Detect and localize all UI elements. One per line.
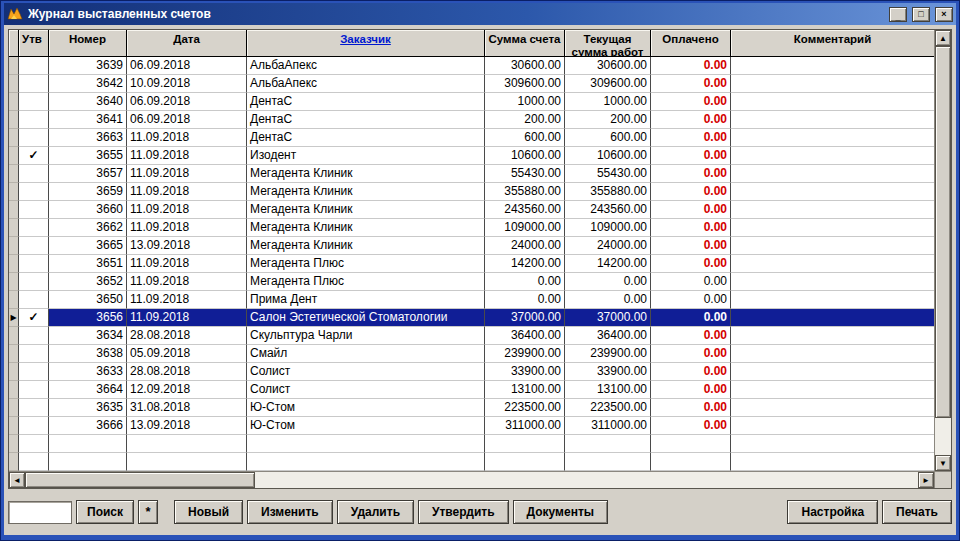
table-row-empty [9,453,934,471]
cell-number: 3665 [49,237,127,255]
cell-paid: 0.00 [651,399,731,417]
cell-date: 13.09.2018 [127,417,247,435]
cell-customer: Мегадента Клиник [247,183,485,201]
cell-invoice-amount: 355880.00 [485,183,565,201]
table-row[interactable]: 366412.09.2018Солист13100.0013100.000.00 [9,381,934,399]
table-row[interactable]: 365011.09.2018Прима Дент0.000.000.00 [9,291,934,309]
cell-comment [731,435,934,453]
cell-comment [731,237,934,255]
cell-customer: Мегадента Плюс [247,273,485,291]
table-row[interactable]: 363328.08.2018Солист33900.0033900.000.00 [9,363,934,381]
arrow-left-icon: ◄ [13,476,21,485]
vertical-scroll-track[interactable] [935,418,951,455]
horizontal-scroll-track[interactable] [255,472,918,488]
cell-date: 05.09.2018 [127,345,247,363]
table-row[interactable]: 366513.09.2018Мегадента Клиник24000.0024… [9,237,934,255]
table-row[interactable]: 366311.09.2018ДентаС600.00600.000.00 [9,129,934,147]
cell-number: 3660 [49,201,127,219]
cell-invoice-amount [485,453,565,471]
cell-paid: 0.00 [651,327,731,345]
search-button[interactable]: Поиск [76,500,134,524]
cell-date: 11.09.2018 [127,273,247,291]
cell-approved [19,327,49,345]
cell-invoice-amount: 309600.00 [485,75,565,93]
cell-paid: 0.00 [651,345,731,363]
minimize-button[interactable]: _ [889,7,907,22]
cell-number: 3634 [49,327,127,345]
grid-table: Утв Номер Дата Заказчик Сумма счета Теку… [9,30,934,471]
cell-comment [731,291,934,309]
table-row[interactable]: 366211.09.2018Мегадента Клиник109000.001… [9,219,934,237]
table-row[interactable]: 365711.09.2018Мегадента Клиник55430.0055… [9,165,934,183]
cell-current-amount: 0.00 [565,291,651,309]
maximize-button[interactable]: □ [912,7,930,22]
header-customer-link[interactable]: Заказчик [247,30,485,57]
row-indicator [9,381,19,399]
cell-customer: Мегадента Клиник [247,219,485,237]
table-row[interactable]: ▶✓365611.09.2018Салон Эстетической Стома… [9,309,934,327]
cell-current-amount: 600.00 [565,129,651,147]
cell-paid: 0.00 [651,219,731,237]
header-date: Дата [127,30,247,57]
table-row[interactable]: ✓365511.09.2018Изодент10600.0010600.000.… [9,147,934,165]
scroll-up-button[interactable]: ▲ [935,30,951,46]
cell-approved [19,93,49,111]
cell-date: 11.09.2018 [127,291,247,309]
arrow-right-icon: ► [922,476,930,485]
scroll-right-button[interactable]: ► [918,472,934,488]
scroll-left-button[interactable]: ◄ [9,472,25,488]
vertical-scroll-thumb[interactable] [935,46,951,418]
cell-number: 3659 [49,183,127,201]
table-row[interactable]: 365911.09.2018Мегадента Клиник355880.003… [9,183,934,201]
cell-approved [19,273,49,291]
horizontal-scroll-thumb[interactable] [25,472,255,488]
window-content: Утв Номер Дата Заказчик Сумма счета Теку… [4,25,956,535]
cell-paid: 0.00 [651,75,731,93]
new-button[interactable]: Новый [174,500,243,524]
scroll-down-button[interactable]: ▼ [935,455,951,471]
cell-comment [731,93,934,111]
table-row[interactable]: 363805.09.2018Смайл239900.00239900.000.0… [9,345,934,363]
approve-button[interactable]: Утвердить [418,500,509,524]
cell-comment [731,417,934,435]
row-indicator [9,129,19,147]
documents-button[interactable]: Документы [513,500,608,524]
cell-paid: 0.00 [651,309,731,327]
table-row[interactable]: 363428.08.2018Скульптура Чарли36400.0036… [9,327,934,345]
cell-paid: 0.00 [651,291,731,309]
cell-current-amount: 24000.00 [565,237,651,255]
print-button[interactable]: Печать [882,500,952,524]
edit-button[interactable]: Изменить [247,500,333,524]
vertical-scrollbar[interactable]: ▲ ▼ [934,30,951,471]
cell-date: 31.08.2018 [127,399,247,417]
cell-current-amount: 10600.00 [565,147,651,165]
table-row[interactable]: 366613.09.2018Ю-Стом311000.00311000.000.… [9,417,934,435]
cell-paid [651,435,731,453]
table-row[interactable]: 364210.09.2018АльбаАпекс309600.00309600.… [9,75,934,93]
row-indicator [9,273,19,291]
row-indicator [9,399,19,417]
table-row[interactable]: 366011.09.2018Мегадента Клиник243560.002… [9,201,934,219]
table-row[interactable]: 365211.09.2018Мегадента Плюс0.000.000.00 [9,273,934,291]
search-options-button[interactable]: * [138,500,158,524]
cell-date: 11.09.2018 [127,183,247,201]
horizontal-scrollbar[interactable]: ◄ ► [9,472,934,488]
table-row[interactable]: 364006.09.2018ДентаС1000.001000.000.00 [9,93,934,111]
table-row[interactable]: 364106.09.2018ДентаС200.00200.000.00 [9,111,934,129]
table-row[interactable]: 363906.09.2018АльбаАпекс30600.0030600.00… [9,57,934,75]
cell-date: 12.09.2018 [127,381,247,399]
close-button[interactable]: × [935,7,953,22]
cell-comment [731,327,934,345]
cell-date: 28.08.2018 [127,363,247,381]
table-row[interactable]: 365111.09.2018Мегадента Плюс14200.001420… [9,255,934,273]
settings-button[interactable]: Настройка [787,500,878,524]
cell-paid: 0.00 [651,381,731,399]
cell-paid: 0.00 [651,165,731,183]
row-indicator [9,183,19,201]
table-row[interactable]: 363531.08.2018Ю-Стом223500.00223500.000.… [9,399,934,417]
search-input[interactable] [8,501,72,524]
cell-approved [19,255,49,273]
cell-comment [731,381,934,399]
cell-customer [247,453,485,471]
delete-button[interactable]: Удалить [337,500,414,524]
